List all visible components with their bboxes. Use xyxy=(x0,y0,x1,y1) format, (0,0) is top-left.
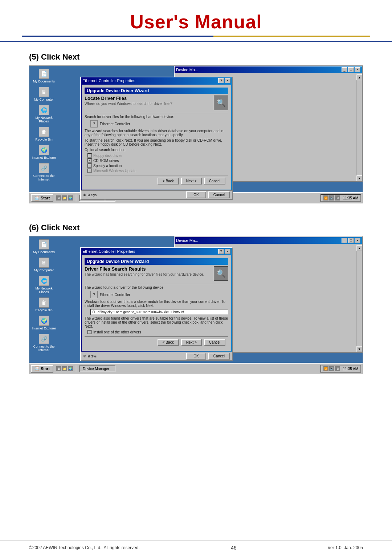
back-btn-5[interactable]: < Back xyxy=(158,178,179,185)
ok-btn-6[interactable]: OK xyxy=(186,353,206,360)
ie-icon: 🌍 xyxy=(39,145,49,155)
mydocs-icon-6: 📄 xyxy=(39,239,49,250)
cb-cdrom: CD-ROM drives xyxy=(87,158,228,163)
desk-icon-recycle-6: 🗑 Recycle Bin xyxy=(31,297,57,312)
desk-icon-network-6: 🌐 My Network Places xyxy=(31,276,57,294)
clock-6: 11:35 AM xyxy=(343,367,358,371)
bg-window-title-6: Device Ma... xyxy=(176,238,198,243)
ql-icon1-6[interactable]: 🖥 xyxy=(56,366,61,371)
cb-winupdate: Microsoft Windows Update xyxy=(87,169,228,173)
desktop-icons-6: 📄 My Documents 🖥 My Computer 🌐 My Networ… xyxy=(29,236,58,363)
next-btn-5[interactable]: Next > xyxy=(181,178,202,185)
cb-floppy-box[interactable] xyxy=(87,153,92,158)
ql-icon2-6[interactable]: 📁 xyxy=(62,366,67,371)
desk-icon-network: 🌐 My Network Places xyxy=(31,105,57,123)
scroll-down-btn-6[interactable]: ▼ xyxy=(356,346,362,352)
dialog-titlebar-6: Ethernet Controller Properties ? × xyxy=(81,248,232,255)
taskbar-6: 🪟 Start 🖥 📁 🌍 Device Manager 📶 🔊 xyxy=(29,363,363,374)
desk-icon-connect-6: 🔗 Connect to the Internet xyxy=(31,334,57,352)
bg-close-btn-6[interactable]: × xyxy=(355,238,360,243)
recycle-label-6: Recycle Bin xyxy=(35,308,53,312)
bg-window-title-5: Device Ma... xyxy=(176,68,198,72)
dialog-5: Ethernet Controller Properties ? × Upgra… xyxy=(80,77,233,200)
wizard-title-5: Locate Driver Files xyxy=(85,96,211,101)
ok-btn-5[interactable]: OK xyxy=(186,191,206,198)
wizard-header-6: Driver Files Search Results The wizard h… xyxy=(85,266,228,281)
device-icon-6: ? xyxy=(90,291,98,298)
bg-close-btn-5[interactable]: × xyxy=(355,67,360,72)
cb-cdrom-box[interactable] xyxy=(87,158,92,163)
taskbar-devmgr-6[interactable]: Device Manager xyxy=(79,365,115,372)
dialog-close-btn-5[interactable]: × xyxy=(225,78,230,83)
scroll-down-btn-5[interactable]: ▼ xyxy=(356,175,362,181)
cb-install-other-box[interactable] xyxy=(87,330,92,334)
scrollbar-6: ▲ ▼ xyxy=(356,245,362,352)
desktop-icons-5: 📄 My Documents 🖥 My Computer 🌐 My Networ… xyxy=(29,66,58,192)
dialog-bottom-bar-6: ① 🖥 Sys OK Cancel xyxy=(81,352,232,360)
dialog-help-btn-6[interactable]: ? xyxy=(218,249,224,254)
scroll-up-btn-5[interactable]: ▲ xyxy=(356,74,362,80)
ql-icon3-5[interactable]: 🌍 xyxy=(68,195,73,200)
file-path-box-6: 🗒 d:\bay city 1 oem generic_62019\pro100… xyxy=(90,309,228,315)
cancel-btn-5[interactable]: Cancel xyxy=(204,178,225,185)
taskbar-divider-6 xyxy=(76,365,76,372)
wizard-subtitle-6: The wizard has finished searching for dr… xyxy=(85,272,211,276)
dialog-close-btn-6[interactable]: × xyxy=(225,249,230,254)
mydocs-label: My Documents xyxy=(33,80,55,83)
tray-icon3-6: 🖥 xyxy=(335,366,340,371)
wizard-body3-5: To start the search, click Next. If you … xyxy=(85,138,228,146)
desk-icon-ie: 🌍 Internet Explorer xyxy=(31,145,57,159)
cb-specify-box[interactable] xyxy=(87,163,92,168)
ql-icon2-5[interactable]: 📁 xyxy=(62,195,67,200)
cb-floppy: Floppy disk drives xyxy=(87,153,228,158)
start-btn-5[interactable]: 🪟 Start xyxy=(31,194,53,202)
win-desktop-5: 📄 My Documents 🖥 My Computer 🌐 My Networ… xyxy=(29,66,363,203)
sections-area: (5) Click Next 📄 My Documents 🖥 My Compu… xyxy=(0,44,392,374)
footer-version: Ver 1.0. Jan. 2005 xyxy=(328,545,363,550)
cb-specify: Specify a location xyxy=(87,163,228,168)
optional-label-5: Optional search locations: xyxy=(85,148,228,152)
bg-minimize-btn-6[interactable]: _ xyxy=(342,238,347,243)
bg-maximize-btn-5[interactable]: □ xyxy=(348,67,354,72)
wizard-header-title-6: Upgrade Device Driver Wizard xyxy=(87,259,149,264)
device-name-6: Ethernet Controller xyxy=(100,293,130,297)
dialog-footer-6: < Back Next > Cancel xyxy=(85,336,228,348)
wizard-icon-5: 🔍 xyxy=(214,96,228,110)
cancel2-btn-6[interactable]: Cancel xyxy=(208,353,230,360)
section5-screenshot: 📄 My Documents 🖥 My Computer 🌐 My Networ… xyxy=(29,65,363,203)
cancel-btn-6[interactable]: Cancel xyxy=(204,339,225,346)
desk-icon-mydocs: 📄 My Documents xyxy=(31,69,57,83)
device-icon-5: ? xyxy=(90,120,98,127)
start-btn-6[interactable]: 🪟 Start xyxy=(31,365,53,373)
desk-icon-mycomputer-6: 🖥 My Computer xyxy=(31,258,57,272)
desk-icon-mycomputer: 🖥 My Computer xyxy=(31,87,57,101)
section6-screenshot: 📄 My Documents 🖥 My Computer 🌐 My Networ… xyxy=(29,236,363,374)
dialog-controls-5: ? × xyxy=(218,78,230,83)
network-label: My Network Places xyxy=(31,116,57,123)
network-label-6: My Network Places xyxy=(31,287,57,294)
bg-maximize-btn-6[interactable]: □ xyxy=(348,238,354,243)
back-btn-6[interactable]: < Back xyxy=(158,339,179,346)
ql-icon3-6[interactable]: 🌍 xyxy=(68,366,73,371)
device-item-5: ? Ethernet Controller xyxy=(90,120,228,127)
file-path-6: d:\bay city 1 oem generic_62019\pro100\w… xyxy=(98,310,184,314)
device-item-6: ? Ethernet Controller xyxy=(90,291,228,298)
file-icon-6: 🗒 xyxy=(92,310,95,314)
connect-label-6: Connect to the Internet xyxy=(31,345,57,352)
dialog-6: Ethernet Controller Properties ? × Upgra… xyxy=(80,247,233,361)
next-btn-6[interactable]: Next > xyxy=(181,339,202,346)
dialog-help-btn-5[interactable]: ? xyxy=(218,78,224,83)
cb-winupdate-box[interactable] xyxy=(87,169,92,173)
mycomputer-label: My Computer xyxy=(34,98,54,101)
recycle-icon-6: 🗑 xyxy=(39,297,49,308)
mycomputer-icon-6: 🖥 xyxy=(39,258,49,268)
dialog-inner-5: Upgrade Device Driver Wizard Locate Driv… xyxy=(81,84,232,190)
cancel2-btn-5[interactable]: Cancel xyxy=(208,191,230,198)
systray-icons-5: 📶 🔊 🖥 xyxy=(323,195,340,200)
bg-minimize-btn-5[interactable]: _ xyxy=(342,67,347,72)
footer-page-number: 46 xyxy=(231,545,237,551)
ql-icon1-5[interactable]: 🖥 xyxy=(56,195,61,200)
scroll-up-btn-6[interactable]: ▲ xyxy=(356,245,362,251)
wizard-body2-6: Windows found a driver that is a closer … xyxy=(85,300,228,308)
page-title: User's Manual xyxy=(0,11,392,33)
